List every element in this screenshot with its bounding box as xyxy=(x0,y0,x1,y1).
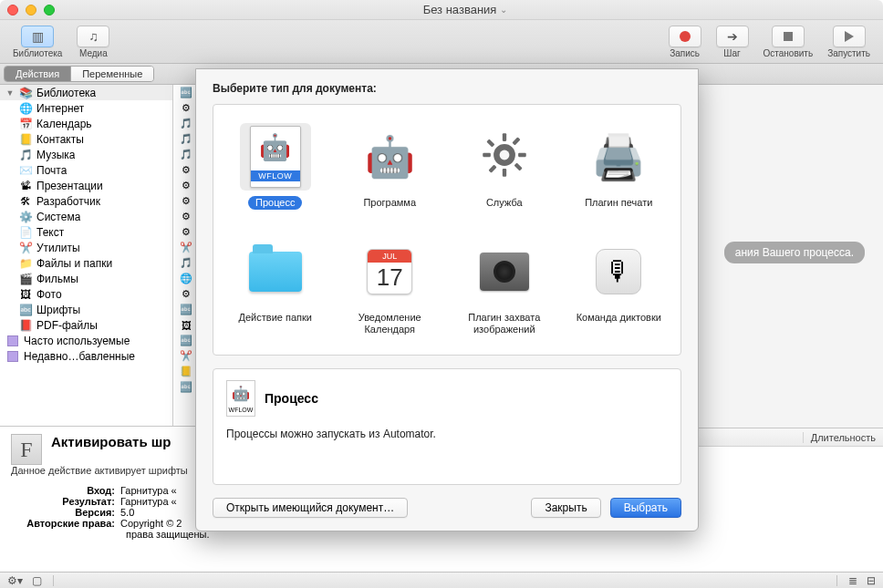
bottom-bar: ⚙︎▾ ▢ ≣ ⊟ xyxy=(0,572,883,588)
library-category[interactable]: 📒Контакты xyxy=(0,131,172,147)
svg-rect-3 xyxy=(483,153,491,157)
category-label: Календарь xyxy=(36,118,92,130)
library-category[interactable]: 📽Презентации xyxy=(0,178,172,193)
category-label: Утилиты xyxy=(36,242,80,254)
info-input-key: Вход: xyxy=(11,485,120,496)
type-workflow[interactable]: 🤖 WFLOW Процесс xyxy=(221,118,330,227)
calendar-icon: JUL 17 xyxy=(367,249,412,294)
action-icon: ⚙ xyxy=(179,101,193,116)
record-button[interactable]: Запись xyxy=(663,24,707,60)
action-icon: 🎵 xyxy=(179,132,193,147)
category-icon: ✉️ xyxy=(18,163,33,178)
tab-variables[interactable]: Переменные xyxy=(70,67,153,81)
workflow-doc-icon: 🤖 WFLOW xyxy=(250,126,301,188)
window-title: Без названия ⌄ xyxy=(423,3,508,16)
category-label: Шрифты xyxy=(36,304,80,316)
library-root-icon: 📚 xyxy=(18,86,33,100)
library-category[interactable]: 🖼Фото xyxy=(0,286,172,302)
expand-button[interactable]: ▢ xyxy=(32,574,42,587)
run-button[interactable]: Запустить xyxy=(822,24,876,60)
action-icon: 🎵 xyxy=(179,117,193,131)
smart-folder-icon xyxy=(5,334,20,348)
toolbar: ▥ Библиотека ♫ Медиа Запись Шаг Останови… xyxy=(0,20,883,64)
library-category[interactable]: 🌐Интернет xyxy=(0,100,172,116)
title-chevron-icon[interactable]: ⌄ xyxy=(500,5,507,15)
library-category[interactable]: ✂️Утилиты xyxy=(0,240,172,255)
category-icon: 🖼 xyxy=(18,287,33,302)
type-service[interactable]: Служба xyxy=(450,118,559,227)
category-icon: 📒 xyxy=(18,132,33,147)
type-dictation[interactable]: 🎙 Команда диктовки xyxy=(565,232,674,342)
library-category[interactable]: 🛠Разработчик xyxy=(0,193,172,209)
library-category[interactable]: 🎬Фильмы xyxy=(0,271,172,286)
category-icon: 🌐 xyxy=(18,101,33,116)
library-category[interactable]: 🎵Музыка xyxy=(0,147,172,162)
category-label: Музыка xyxy=(36,149,75,161)
media-button[interactable]: ♫ Медиа xyxy=(71,24,115,60)
category-label: Система xyxy=(36,211,80,223)
type-folder-action[interactable]: Действие папки xyxy=(221,232,330,342)
library-category[interactable]: 📅Календарь xyxy=(0,116,172,131)
list-view-button[interactable]: ≣ xyxy=(848,574,857,587)
action-icon: ⚙ xyxy=(179,210,193,224)
icon-view-button[interactable]: ⊟ xyxy=(867,574,876,587)
library-toggle-button[interactable]: ▥ Библиотека xyxy=(7,24,68,60)
svg-rect-5 xyxy=(486,139,494,147)
category-icon: 📄 xyxy=(18,225,33,240)
workflow-hint: ания Вашего процесса. xyxy=(724,242,865,263)
step-button[interactable]: Шаг xyxy=(711,24,754,60)
smart-folder[interactable]: Недавно…бавленные xyxy=(0,348,172,364)
type-application[interactable]: 🤖 Программа xyxy=(336,118,445,227)
type-calendar-alarm[interactable]: JUL 17 Уведомление Календаря xyxy=(336,232,445,342)
gear-icon xyxy=(480,130,529,183)
action-icon: ⚙ xyxy=(179,225,193,240)
font-icon: F xyxy=(11,434,42,465)
play-icon xyxy=(833,26,866,47)
minimize-window-button[interactable] xyxy=(26,5,36,15)
selected-type-description: WFLOW Процесс Процессы можно запускать и… xyxy=(213,368,681,485)
category-icon: 🎬 xyxy=(18,272,33,286)
library-category[interactable]: 📕PDF-файлы xyxy=(0,317,172,333)
info-result-key: Результат: xyxy=(11,496,120,507)
gear-menu-button[interactable]: ⚙︎▾ xyxy=(7,574,23,587)
smart-folder-label: Часто используемые xyxy=(24,335,130,347)
folder-icon xyxy=(249,252,302,292)
open-existing-button[interactable]: Открыть имеющийся документ… xyxy=(213,498,408,518)
microphone-icon: 🎙 xyxy=(596,249,641,294)
library-icon: ▥ xyxy=(21,26,54,47)
category-icon: 🛠 xyxy=(18,194,33,209)
library-category[interactable]: 📄Текст xyxy=(0,224,172,240)
window-controls xyxy=(7,5,55,15)
stop-button[interactable]: Остановить xyxy=(758,24,819,60)
choose-button[interactable]: Выбрать xyxy=(610,498,681,518)
log-duration-column[interactable]: Длительность xyxy=(803,432,876,443)
category-label: PDF-файлы xyxy=(36,319,98,332)
category-icon: ✂️ xyxy=(18,241,33,255)
svg-rect-6 xyxy=(514,162,522,170)
library-root[interactable]: ▼ 📚 Библиотека xyxy=(0,85,172,100)
disclosure-triangle-icon[interactable]: ▼ xyxy=(5,88,15,98)
tab-actions[interactable]: Действия xyxy=(5,67,70,81)
library-category[interactable]: 🔤Шрифты xyxy=(0,302,172,317)
action-icon: ✂️ xyxy=(179,241,193,255)
library-category[interactable]: 📁Файлы и папки xyxy=(0,255,172,271)
library-category[interactable]: ✉️Почта xyxy=(0,162,172,178)
library-category[interactable]: ⚙️Система xyxy=(0,209,172,224)
svg-rect-2 xyxy=(503,169,506,177)
close-window-button[interactable] xyxy=(7,5,18,15)
type-print-plugin[interactable]: 🖨️ Плагин печати xyxy=(565,118,674,227)
record-icon xyxy=(669,26,701,47)
mini-workflow-icon: WFLOW xyxy=(226,380,255,417)
zoom-window-button[interactable] xyxy=(44,5,55,15)
close-button[interactable]: Закрыть xyxy=(531,498,600,518)
category-label: Файлы и папки xyxy=(36,257,112,270)
document-type-grid: 🤖 WFLOW Процесс 🤖 Программа Служба 🖨️ Пл… xyxy=(213,104,681,356)
action-icon: ⚙ xyxy=(179,163,193,178)
smart-folder[interactable]: Часто используемые xyxy=(0,333,172,348)
category-icon: 📁 xyxy=(18,256,33,271)
info-version-key: Версия: xyxy=(11,507,120,518)
svg-rect-4 xyxy=(518,153,526,157)
sheet-title: Выберите тип для документа: xyxy=(213,82,681,95)
type-image-capture[interactable]: Плагин захвата изображений xyxy=(450,232,559,342)
category-label: Текст xyxy=(36,226,64,239)
